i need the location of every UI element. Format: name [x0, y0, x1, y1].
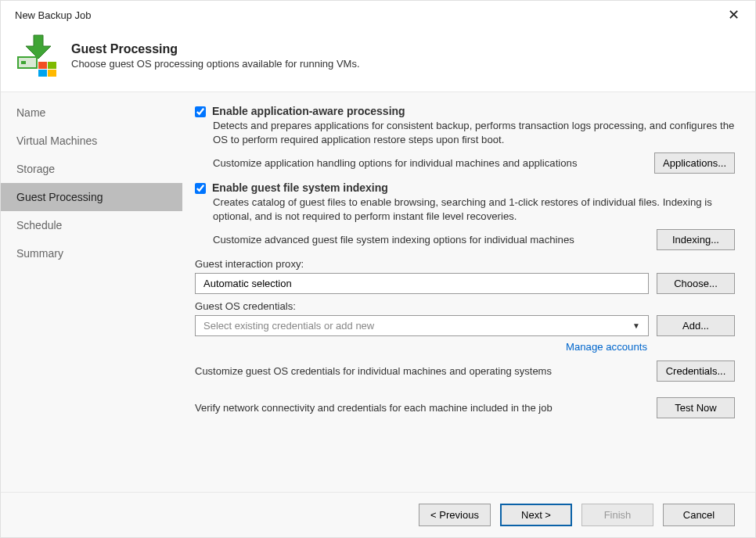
window-title: New Backup Job [15, 9, 92, 21]
close-button[interactable]: ✕ [721, 5, 746, 24]
next-button[interactable]: Next > [500, 504, 572, 526]
indexing-section: Enable guest file system indexing Create… [195, 181, 735, 250]
wizard-sidebar: Name Virtual Machines Storage Guest Proc… [1, 92, 182, 520]
svg-rect-3 [48, 62, 56, 69]
manage-accounts-link[interactable]: Manage accounts [195, 341, 647, 353]
dialog-header: Guest Processing Choose guest OS process… [1, 27, 755, 91]
enable-indexing-label: Enable guest file system indexing [212, 181, 388, 194]
close-icon: ✕ [728, 6, 740, 23]
credentials-placeholder: Select existing credentials or add new [203, 320, 374, 332]
finish-button: Finish [581, 504, 653, 526]
svg-rect-1 [21, 61, 26, 64]
applications-button[interactable]: Applications... [654, 152, 735, 174]
svg-rect-4 [38, 70, 47, 77]
indexing-customize-text: Customize advanced guest file system ind… [213, 234, 574, 246]
svg-rect-5 [48, 70, 56, 77]
enable-indexing-checkbox[interactable] [195, 183, 206, 194]
dialog-window: New Backup Job ✕ Guest Processing Choose… [0, 0, 756, 538]
sidebar-item-guest-processing[interactable]: Guest Processing [1, 183, 182, 211]
credentials-label: Guest OS credentials: [195, 300, 735, 312]
sidebar-item-storage[interactable]: Storage [1, 155, 182, 183]
app-aware-customize-text: Customize application handling options f… [213, 157, 578, 169]
sidebar-item-virtual-machines[interactable]: Virtual Machines [1, 127, 182, 155]
app-aware-section: Enable application-aware processing Dete… [195, 105, 735, 174]
svg-rect-2 [38, 62, 47, 69]
sidebar-item-schedule[interactable]: Schedule [1, 211, 182, 239]
credentials-customize-text: Customize guest OS credentials for indiv… [195, 365, 552, 377]
credentials-button[interactable]: Credentials... [657, 360, 735, 382]
test-now-button[interactable]: Test Now [657, 397, 735, 418]
header-text: Guest Processing Choose guest OS process… [71, 42, 360, 70]
verify-text: Verify network connectivity and credenti… [195, 402, 553, 414]
app-aware-description: Detects and prepares applications for co… [213, 119, 735, 148]
enable-app-aware-label: Enable application-aware processing [212, 105, 405, 117]
choose-proxy-button[interactable]: Choose... [657, 273, 735, 294]
svg-rect-0 [18, 57, 37, 68]
page-title: Guest Processing [71, 42, 360, 56]
credentials-select[interactable]: Select existing credentials or add new ▼ [195, 315, 649, 336]
enable-app-aware-checkbox[interactable] [195, 106, 206, 117]
titlebar: New Backup Job ✕ [1, 1, 755, 27]
cancel-button[interactable]: Cancel [663, 504, 735, 526]
previous-button[interactable]: < Previous [419, 504, 491, 526]
content-area: Name Virtual Machines Storage Guest Proc… [1, 91, 755, 520]
main-panel: Enable application-aware processing Dete… [182, 92, 755, 520]
page-subtitle: Choose guest OS processing options avail… [71, 58, 360, 70]
sidebar-item-name[interactable]: Name [1, 99, 182, 127]
indexing-button[interactable]: Indexing... [657, 229, 735, 250]
add-credentials-button[interactable]: Add... [657, 315, 735, 336]
indexing-description: Creates catalog of guest files to enable… [213, 195, 735, 224]
proxy-input[interactable] [195, 273, 649, 294]
guest-processing-icon [15, 34, 59, 77]
dialog-footer: < Previous Next > Finish Cancel [1, 492, 755, 537]
sidebar-item-summary[interactable]: Summary [1, 239, 182, 267]
chevron-down-icon: ▼ [632, 321, 640, 330]
proxy-label: Guest interaction proxy: [195, 258, 735, 270]
